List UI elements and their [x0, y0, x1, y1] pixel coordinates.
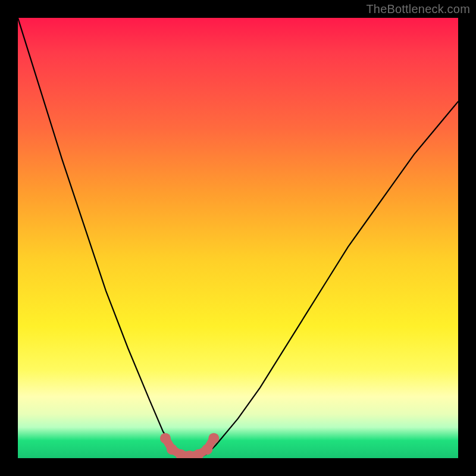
- optimal-marker-dot: [208, 433, 219, 444]
- optimal-marker-dot: [160, 433, 171, 444]
- curve-layer: [18, 18, 458, 458]
- optimal-marker-dot: [202, 444, 212, 455]
- optimal-range-markers: [160, 433, 219, 458]
- plot-area: [18, 18, 458, 458]
- watermark-text: TheBottleneck.com: [366, 2, 470, 16]
- bottleneck-curve: [18, 18, 458, 458]
- chart-frame: TheBottleneck.com: [0, 0, 476, 476]
